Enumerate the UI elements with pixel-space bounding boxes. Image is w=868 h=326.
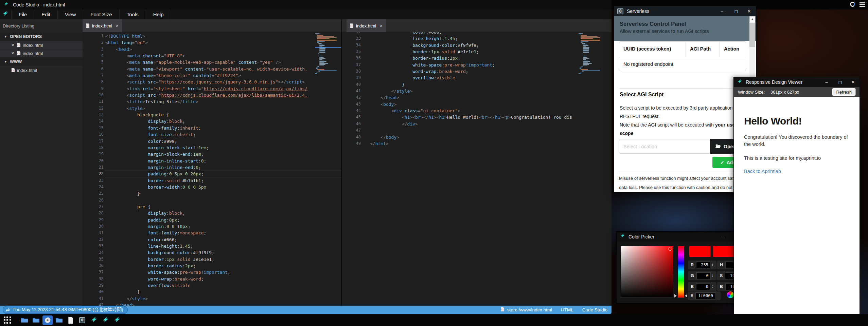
code-line[interactable]: <html lang="en"> [105,39,341,46]
sidebar-item-index.html[interactable]: ✕index.html [0,66,83,74]
menu-file[interactable]: File [11,9,34,19]
menu-edit[interactable]: Edit [34,9,58,19]
tab-index-html[interactable]: index.html ✕ [83,19,122,32]
sidebar-section-open-editors[interactable]: ▼OPEN EDITORS [0,33,83,41]
scroll-up-icon[interactable]: ▲ [749,16,755,22]
code-line[interactable]: margin-block-end:1em; [105,151,341,157]
status-app-name[interactable]: Code Studio [582,307,607,312]
close-button[interactable]: ✕ [848,77,858,87]
code-line[interactable]: } [370,81,612,88]
color-wheel-icon[interactable] [727,291,734,298]
stepper-icon[interactable]: ▲▼ [712,274,714,277]
saturation-value-square[interactable] [621,246,673,298]
menu-font-size[interactable]: Font Size [83,9,119,19]
taskbar-code-studio-icon[interactable] [100,315,110,325]
code-line[interactable]: margin-inline-start:0; [105,158,341,164]
value-input[interactable]: 255 [696,262,710,268]
code-line[interactable]: <meta charset="UTF-8"> [105,53,341,59]
close-icon[interactable]: ✕ [11,43,16,47]
hue-arrow-icon[interactable] [674,294,677,298]
back-link[interactable]: Back to Aprintlab [744,169,849,174]
code-line[interactable]: color:#999; [105,138,341,145]
minimap[interactable] [315,33,341,74]
stepper-icon[interactable]: ▲▼ [711,285,713,288]
code-line[interactable]: margin:0 0 10px; [105,223,341,230]
code-line[interactable]: <link rel="stylesheet" href="https://cdn… [105,85,341,92]
code-line[interactable]: <h1><br></h1><h1>Hello World!<br></h1><p… [370,114,612,120]
close-button[interactable]: ✕ [744,6,754,16]
code-line[interactable]: </head> [105,302,341,306]
code-line[interactable]: blockquote { [105,112,341,118]
taskbar-code-studio-icon[interactable] [112,315,122,325]
code-line[interactable]: border-radius:2px; [105,263,341,269]
minimap[interactable] [579,33,606,74]
code-line[interactable]: pre { [105,204,341,210]
code-line[interactable]: display:block; [105,118,341,124]
code-line[interactable]: word-wrap:break-word; [105,276,341,282]
minimize-button[interactable]: – [719,232,729,242]
refresh-button[interactable]: Refresh [832,88,855,96]
code-line[interactable]: padding:0 5px 0 20px; [105,171,341,177]
taskbar-serverless-icon[interactable]: 0 [77,315,87,325]
code-line[interactable]: background-color:#f9f9f9; [370,42,612,49]
code-line[interactable]: <title>Testing Site</title> [105,98,341,105]
code-line[interactable]: </style> [105,295,341,302]
code-line[interactable]: </style> [370,88,612,94]
status-file-type[interactable]: HTML [561,307,573,312]
code-line[interactable]: border:solid #b1b1b1; [105,177,341,184]
editor-pane-1[interactable]: 1234567891011121314151617181920212223242… [83,32,341,306]
code-line[interactable]: font-family:monospace; [105,230,341,236]
close-icon[interactable]: ✕ [11,51,16,56]
hue-slider[interactable] [678,246,684,298]
minimize-button[interactable]: – [717,6,727,16]
code-line[interactable]: border:1px solid #e1e1e1; [370,49,612,55]
code-line[interactable] [105,197,341,204]
code-line[interactable]: </div> [370,121,612,127]
code-line[interactable]: </head> [370,94,612,101]
value-input[interactable]: 0 [696,283,710,290]
code-line[interactable]: } [105,190,341,197]
select-location-input[interactable] [619,139,710,154]
hex-input[interactable]: ff0000 [695,292,716,299]
code-line[interactable]: </html> [370,140,612,147]
editor-pane-2[interactable]: 323334353637383940414243444546474849 col… [342,32,612,306]
code-line[interactable]: margin-block-start:1em; [105,145,341,151]
code-line[interactable]: border-radius:2px; [370,55,612,61]
code-line[interactable]: <meta name="apple-mobile-web-app-capable… [105,59,341,65]
code-line[interactable]: <meta name="theme-color" content="#ff922… [105,72,341,79]
code-line[interactable]: white-space:pre-wrap!important; [370,62,612,68]
code-line[interactable]: margin-inline-end:0; [105,164,341,171]
maximize-button[interactable]: ◻ [731,6,741,16]
taskbar-disc-icon[interactable] [42,315,53,325]
code-line[interactable]: font-size:inherit; [105,131,341,138]
code-line[interactable] [370,127,612,134]
taskbar-folder-icon[interactable] [19,315,30,325]
code-line[interactable]: <script src="https://code.jquery.com/jqu… [105,79,341,85]
value-input[interactable]: 0 [696,272,711,279]
code-line[interactable]: color:#666; [370,32,612,35]
code-line[interactable]: overflow:visible [105,282,341,289]
code-line[interactable]: <meta name="viewport" content="user-scal… [105,66,341,72]
code-line[interactable]: } [105,289,341,295]
code-line[interactable]: <body> [370,101,612,108]
menu-tools[interactable]: Tools [120,9,146,19]
sidebar-item-index.html[interactable]: ✕index.html [0,41,83,49]
app-launcher-grid-icon[interactable] [4,317,11,324]
code-line[interactable]: background-color:#f9f9f9; [105,249,341,256]
minimize-button[interactable]: – [821,77,832,87]
code-line[interactable]: <script src="https://cdnjs.cloudflare.co… [105,92,341,98]
code-line[interactable]: white-space:pre-wrap!important; [105,269,341,275]
sidebar-item-index.html[interactable]: ✕index.html [0,50,83,57]
code-line[interactable]: line-height:1.45; [105,243,341,249]
menu-view[interactable]: View [58,9,83,19]
status-file-path[interactable]: store:/www/index.html [501,307,552,312]
code-line[interactable]: line-height:1.45; [370,35,612,42]
code-line[interactable]: <head> [105,46,341,53]
code-line[interactable]: overflow:visible [370,75,612,81]
code-line[interactable]: border-width:0 0 0 5px [105,184,341,190]
tab-close-icon[interactable]: ✕ [379,24,383,28]
tab-close-icon[interactable]: ✕ [116,24,119,28]
hamburger-menu-icon[interactable] [860,2,865,7]
hue-arrow-icon[interactable] [685,294,687,298]
taskbar-folder-icon[interactable] [54,315,64,325]
